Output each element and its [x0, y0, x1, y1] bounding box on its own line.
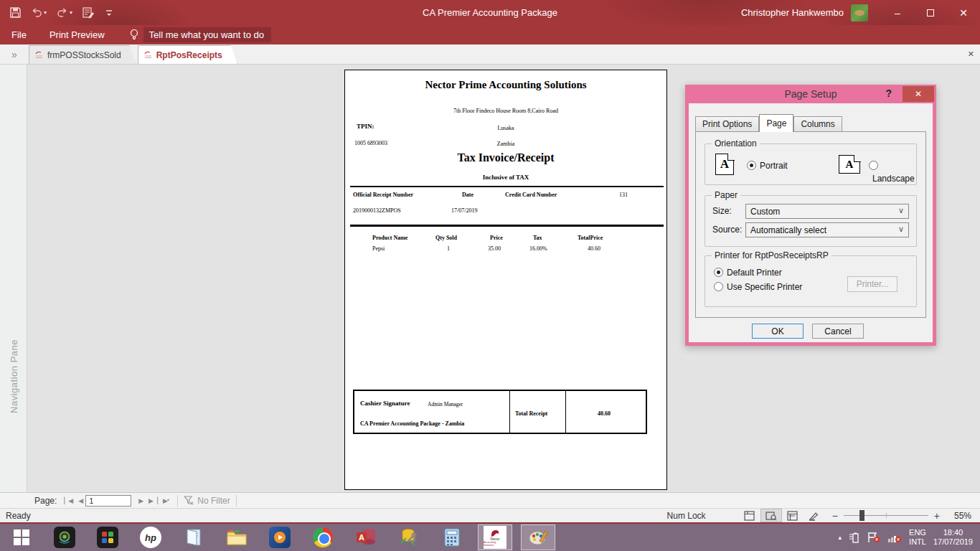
user-name[interactable]: Christopher Hankwembo — [741, 7, 844, 18]
action-center-alert-icon[interactable] — [867, 532, 880, 543]
clock[interactable]: 18:40 17/07/2019 — [933, 528, 973, 547]
help-icon[interactable]: ? — [885, 88, 892, 99]
tab-print-options[interactable]: Print Options — [695, 116, 759, 131]
divider — [350, 225, 664, 227]
nav-pane-expand-icon[interactable]: » — [0, 49, 29, 60]
specific-printer-radio[interactable] — [714, 282, 723, 291]
receipt-date-label: Date — [462, 192, 473, 198]
start-button[interactable] — [0, 523, 43, 551]
cancel-button[interactable]: Cancel — [812, 324, 864, 339]
status-bar: Ready Num Lock − + 55% — [0, 508, 980, 522]
print-preview-canvas: Navigation Pane Nector Prime Accounting … — [0, 65, 980, 492]
landscape-radio[interactable] — [869, 161, 878, 170]
cell-total: 40.60 — [588, 245, 600, 252]
undo-icon[interactable]: ▾ — [31, 8, 47, 18]
taskbar-youcam[interactable] — [43, 523, 86, 551]
document-tab-bar: » frmPOSStocksSold RptPosReceipts ✕ — [0, 44, 980, 65]
source-select[interactable]: Automatically select ∨ — [745, 222, 909, 237]
dialog-close-button[interactable]: ✕ — [903, 86, 934, 102]
taskbar-file-explorer[interactable] — [215, 523, 258, 551]
taskbar-puzzle-app[interactable] — [86, 523, 129, 551]
layout-view-icon[interactable] — [782, 509, 804, 522]
col-tax: Tax — [533, 235, 542, 241]
save-icon[interactable] — [10, 7, 21, 18]
taskbar-chrome[interactable] — [301, 523, 344, 551]
zoom-out-button[interactable]: − — [832, 510, 838, 522]
user-avatar[interactable] — [851, 4, 868, 22]
nector-sublabel: Accounting Solutions — [484, 541, 507, 547]
zoom-in-button[interactable]: + — [934, 510, 940, 522]
language-indicator[interactable]: ENG INTL — [909, 528, 926, 547]
customize-qat-icon[interactable] — [105, 8, 113, 18]
first-page-button[interactable]: ▏◀ — [61, 497, 75, 504]
undo-dropdown-icon[interactable]: ▾ — [44, 9, 47, 16]
dialog-title-bar[interactable]: Page Setup ? ✕ — [685, 85, 936, 103]
taskbar-db-tool[interactable] — [387, 523, 430, 551]
printer-button[interactable]: Printer... — [847, 276, 897, 292]
specific-printer-option[interactable]: Use Specific Printer — [714, 280, 802, 293]
report-view-icon[interactable] — [739, 509, 760, 522]
minimize-button[interactable]: – — [881, 0, 914, 25]
tell-me-input[interactable]: Tell me what you want to do — [143, 27, 271, 42]
windows-logo-icon — [13, 529, 30, 546]
no-filter-toggle[interactable]: No Filter — [184, 496, 230, 506]
system-tray: ▴ ENG INTL 18:40 17/07/2019 — [839, 528, 980, 547]
paper-group: Paper Size: Custom ∨ Source: Automatical… — [705, 195, 917, 247]
redo-dropdown-icon[interactable]: ▾ — [70, 9, 72, 16]
maximize-button[interactable] — [914, 0, 947, 25]
taskbar-calculator[interactable] — [430, 523, 473, 551]
close-button[interactable]: ✕ — [947, 0, 980, 25]
taskbar-paint[interactable] — [521, 524, 555, 550]
zoom-percentage[interactable]: 55% — [947, 511, 980, 521]
tab-print-preview[interactable]: Print Preview — [38, 25, 116, 44]
zoom-slider-thumb[interactable] — [859, 510, 864, 521]
battery-icon[interactable] — [849, 532, 860, 543]
zoom-slider[interactable] — [844, 515, 928, 516]
close-document-icon[interactable]: ✕ — [968, 50, 974, 59]
svg-text:A: A — [359, 533, 364, 542]
taskbar: hp A Nector Accounting Solutions ▴ — [0, 522, 980, 551]
status-ready: Ready — [6, 511, 31, 521]
tab-columns[interactable]: Columns — [793, 116, 842, 131]
dialog-body: Print Options Page Columns Orientation A… — [689, 103, 933, 342]
tab-frmposstockssold[interactable]: frmPOSStocksSold — [29, 45, 136, 64]
ok-button[interactable]: OK — [752, 324, 804, 339]
landscape-option[interactable]: Landscape — [869, 159, 916, 184]
taskbar-access[interactable]: A — [344, 523, 387, 551]
tab-rptposreceipts[interactable]: RptPosReceipts — [138, 45, 237, 64]
filter-icon — [184, 496, 194, 505]
quick-edit-icon[interactable] — [83, 7, 95, 19]
default-printer-option[interactable]: Default Printer — [714, 265, 782, 278]
network-disconnected-icon[interactable] — [887, 532, 902, 543]
printer-group-label: Printer for RptPosReceiptsRP — [712, 250, 831, 260]
taskbar-hp[interactable]: hp — [129, 523, 172, 551]
printer-group: Printer for RptPosReceiptsRP Default Pri… — [705, 255, 917, 307]
taskbar-notepad[interactable] — [172, 523, 215, 551]
redo-icon[interactable]: ▾ — [57, 8, 72, 18]
receipt-date-value: 17/07/2019 — [451, 207, 477, 214]
tab-page[interactable]: Page — [759, 114, 793, 132]
taskbar-nector-app[interactable]: Nector Accounting Solutions — [478, 524, 512, 550]
size-value: Custom — [750, 207, 780, 217]
portrait-option[interactable]: Portrait — [747, 159, 788, 171]
col-product-name: Product Name — [372, 235, 407, 241]
previous-page-button[interactable]: ◀ — [75, 497, 85, 504]
paint-icon — [528, 528, 548, 547]
next-page-button[interactable]: ▶ — [136, 497, 146, 504]
design-view-icon[interactable] — [804, 509, 825, 522]
tab-file[interactable]: File — [0, 25, 38, 44]
portrait-page-icon: A — [715, 154, 734, 175]
taskbar-media-player[interactable] — [258, 523, 301, 551]
last-page-button[interactable]: ▶▕ — [146, 497, 160, 504]
portrait-radio[interactable] — [747, 161, 756, 170]
default-printer-radio[interactable] — [714, 268, 723, 277]
tray-expand-icon[interactable]: ▴ — [839, 534, 842, 541]
size-select[interactable]: Custom ∨ — [745, 204, 909, 219]
package-name: CA Premier Accounting Package - Zambia — [360, 420, 464, 427]
current-page-input[interactable]: 1 — [85, 495, 131, 507]
dialog-title: Page Setup — [784, 88, 837, 100]
tell-me-search[interactable]: Tell me what you want to do — [129, 27, 271, 42]
print-preview-view-icon[interactable] — [760, 509, 782, 522]
navigation-pane-collapsed[interactable]: Navigation Pane — [0, 65, 27, 492]
new-page-button[interactable]: ▶* — [160, 497, 171, 504]
